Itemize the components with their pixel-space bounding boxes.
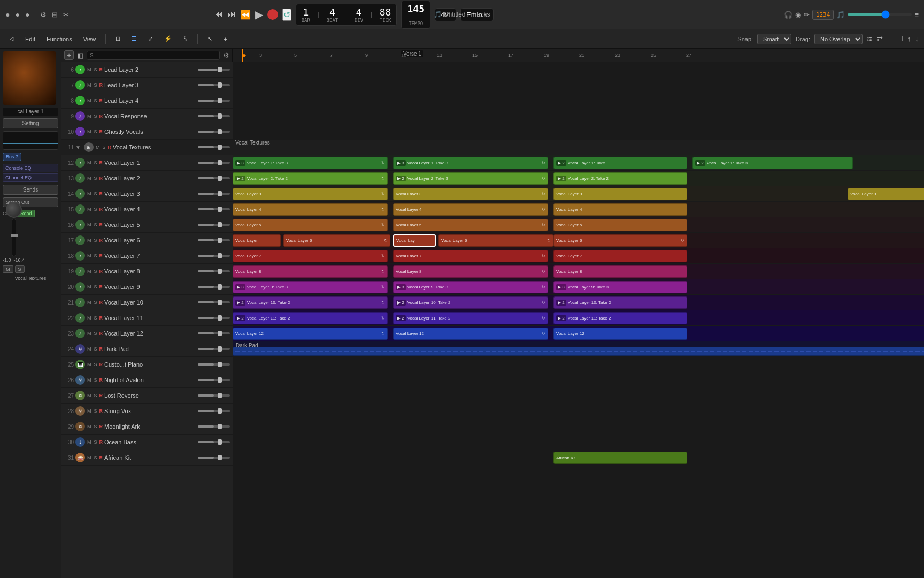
mute-btn[interactable]: M xyxy=(87,377,92,383)
record-btn[interactable]: R xyxy=(99,98,103,103)
region-vl12-1[interactable]: Vocal Layer 12 ↻ xyxy=(233,328,388,340)
channel-eq-button[interactable]: Channel EQ xyxy=(3,173,58,182)
region-vl11-1[interactable]: ▶ 2 Vocal Layer 11: Take 2 ↻ xyxy=(233,312,388,324)
track-fader[interactable] xyxy=(198,270,230,272)
region-vl8-1[interactable]: Vocal Layer 8 ↻ xyxy=(233,265,388,278)
region-vl6-cursor[interactable]: Vocal Lay xyxy=(393,234,436,247)
track-fader[interactable] xyxy=(198,239,230,241)
region-vl7-1[interactable]: Vocal Layer 7 ↻ xyxy=(233,250,388,262)
region-vl2-3[interactable]: ▶ 2 Vocal Layer 2: Take 2 xyxy=(553,172,687,185)
mute-btn[interactable]: M xyxy=(87,191,92,196)
solo-btn[interactable]: S xyxy=(94,253,98,258)
region-vl4-2[interactable]: Vocal Layer 4 ↻ xyxy=(393,203,548,216)
loop-icon[interactable]: ⇄ xyxy=(877,35,883,43)
track-fader[interactable] xyxy=(198,146,230,148)
track-fader[interactable] xyxy=(198,457,230,459)
edit-menu[interactable]: Edit xyxy=(21,34,40,44)
mute-btn[interactable]: M xyxy=(87,67,92,72)
solo-btn[interactable]: S xyxy=(94,300,98,305)
flex-btn[interactable]: ⤥ xyxy=(179,34,192,44)
track-fader[interactable] xyxy=(198,441,230,443)
track-fader[interactable] xyxy=(198,286,230,288)
region-vl7-3[interactable]: Vocal Layer 7 xyxy=(553,250,687,262)
mute-btn[interactable]: M xyxy=(95,144,101,150)
mute-btn[interactable]: M xyxy=(87,160,92,165)
track-fader[interactable] xyxy=(198,410,230,412)
record-btn[interactable]: R xyxy=(99,362,103,367)
mute-btn[interactable]: M xyxy=(87,222,92,227)
track-fader[interactable] xyxy=(198,425,230,428)
solo-btn[interactable]: S xyxy=(94,82,98,88)
region-vl6-2[interactable]: Vocal Layer 6 ↻ xyxy=(438,234,553,247)
track-fader[interactable] xyxy=(198,379,230,381)
region-vl5-2[interactable]: Vocal Layer 5 ↻ xyxy=(393,219,548,231)
region-vl9-2[interactable]: ▶ 3 Vocal Layer 9: Take 3 ↻ xyxy=(393,281,548,293)
mute-btn[interactable]: M xyxy=(87,98,92,103)
region-vl9-1[interactable]: ▶ 3 Vocal Layer 9: Take 3 ↻ xyxy=(233,281,388,293)
solo-btn[interactable]: S xyxy=(94,222,98,227)
solo-btn[interactable]: S xyxy=(94,393,98,398)
mute-button[interactable]: M xyxy=(3,265,13,273)
track-fader[interactable] xyxy=(198,84,230,86)
region-vl2-2[interactable]: ▶ 2 Vocal Layer 2: Take 2 ↻ xyxy=(393,172,548,185)
down-icon[interactable]: ↓ xyxy=(915,35,919,43)
mute-btn[interactable]: M xyxy=(87,455,92,460)
fader-handle[interactable] xyxy=(11,234,18,237)
mute-btn[interactable]: M xyxy=(87,346,92,352)
rewind-button[interactable]: ⏮ xyxy=(214,10,223,19)
region-vl1-2[interactable]: ▶ 3 Vocal Layer 1: Take 3 ↻ xyxy=(393,157,548,169)
solo-btn[interactable]: S xyxy=(94,67,98,72)
solo-btn[interactable]: S xyxy=(94,269,98,274)
solo-btn[interactable]: S xyxy=(94,98,98,103)
solo-btn[interactable]: S xyxy=(94,129,98,134)
record-btn[interactable]: R xyxy=(99,269,103,274)
region-vl12-2[interactable]: Vocal Layer 12 ↻ xyxy=(393,328,548,340)
region-vl6-short[interactable]: Vocal Layer xyxy=(233,234,281,247)
region-vl9-3[interactable]: ▶ 3 Vocal Layer 9: Take 3 xyxy=(553,281,687,293)
region-vl1-1[interactable]: ▶ 3 Vocal Layer 1: Take 3 ↻ xyxy=(233,157,388,169)
split-icon[interactable]: ⊢ xyxy=(887,35,893,43)
region-vl4-3[interactable]: Vocal Layer 4 xyxy=(553,203,687,216)
track-fader[interactable] xyxy=(198,255,230,257)
track-fader[interactable] xyxy=(198,177,230,179)
track-fader[interactable] xyxy=(198,208,230,210)
region-vl10-1[interactable]: ▶ 2 Vocal Layer 10: Take 2 ↻ xyxy=(233,296,388,309)
track-fader[interactable] xyxy=(198,224,230,226)
bus-button[interactable]: Bus 7 xyxy=(3,153,21,161)
track-fader[interactable] xyxy=(198,301,230,303)
track-fader[interactable] xyxy=(198,363,230,366)
solo-btn[interactable]: S xyxy=(94,439,98,445)
gain-knob[interactable] xyxy=(6,202,22,218)
region-vl7-2[interactable]: Vocal Layer 7 ↻ xyxy=(393,250,548,262)
track-fader[interactable] xyxy=(198,115,230,117)
grid-view-btn[interactable]: ⊞ xyxy=(111,34,125,44)
expand-arrow[interactable]: ▼ xyxy=(75,144,81,150)
cycle-button[interactable]: ↺ xyxy=(282,9,291,21)
record-btn[interactable]: R xyxy=(99,455,103,460)
record-btn[interactable]: R xyxy=(99,315,103,321)
mute-btn[interactable]: M xyxy=(87,176,92,181)
solo-btn[interactable]: S xyxy=(94,207,98,212)
ruler[interactable]: ◆ 3 5 7 9 11 13 15 17 19 21 23 25 27 V xyxy=(233,49,924,62)
mute-btn[interactable]: M xyxy=(87,269,92,274)
sends-button[interactable]: Sends xyxy=(3,185,58,195)
region-vl10-2[interactable]: ▶ 2 Vocal Layer 10: Take 2 ↻ xyxy=(393,296,548,309)
record-btn[interactable]: R xyxy=(99,393,103,398)
snap-dropdown[interactable]: Smart Bar Beat Off xyxy=(757,34,791,44)
solo-btn[interactable]: S xyxy=(94,176,98,181)
mute-btn[interactable]: M xyxy=(87,393,92,398)
record-btn[interactable]: R xyxy=(107,144,111,150)
fader-track[interactable] xyxy=(12,219,16,256)
record-btn[interactable]: R xyxy=(99,82,103,88)
region-vl5-1[interactable]: Vocal Layer 5 ↻ xyxy=(233,219,388,231)
region-vl5-3[interactable]: Vocal Layer 5 xyxy=(553,219,687,231)
region-vl3-1[interactable]: Vocal Layer 3 ↻ xyxy=(233,188,388,200)
window-close-icon[interactable]: ● xyxy=(5,10,10,19)
record-btn[interactable]: R xyxy=(99,67,103,72)
region-vl6-1[interactable]: Vocal Layer 6 ↻ xyxy=(283,234,390,247)
mute-btn[interactable]: M xyxy=(87,408,92,414)
track-fader[interactable] xyxy=(198,394,230,397)
mute-btn[interactable]: M xyxy=(87,300,92,305)
back-button[interactable]: ◁ xyxy=(5,34,18,44)
solo-btn[interactable]: S xyxy=(94,191,98,196)
